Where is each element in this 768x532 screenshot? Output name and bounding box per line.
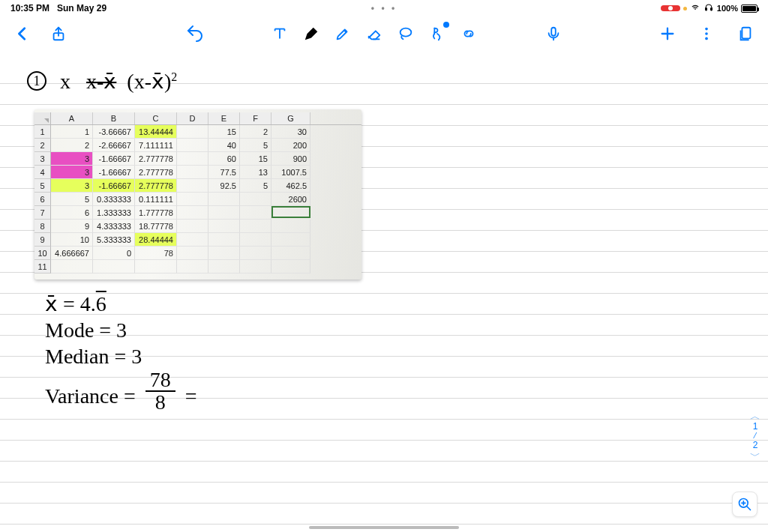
handwritten-header: 1 x x-x̄ (x-x̄)2 [27,69,177,94]
zoom-in-button[interactable] [732,492,758,517]
cell-D6 [177,193,208,206]
cell-A11 [51,260,93,273]
cell-E3: 60 [208,152,240,166]
embedded-spreadsheet-photo: A B C D E F G 11-3.6666713.444441523022-… [34,109,362,279]
note-canvas[interactable]: 1 x x-x̄ (x-x̄)2 A B C D E F G 11-3.6666… [0,52,768,532]
cell-A8: 9 [51,220,93,233]
cell-A6: 5 [51,193,93,206]
home-indicator[interactable] [309,526,459,529]
sheet-corner [34,112,51,124]
cell-C1: 13.44444 [135,125,177,139]
problem-number: 1 [27,71,46,91]
variance-line: Variance = 788 = [45,369,197,413]
cell-A2: 2 [51,139,93,152]
cell-C7: 1.777778 [135,206,177,220]
cell-A7: 6 [51,206,93,220]
pointer-tool[interactable] [428,25,446,43]
share-button[interactable] [50,25,68,43]
cell-B8: 4.333333 [93,220,135,233]
cell-E9 [208,233,240,247]
cell-C8: 18.77778 [135,220,177,233]
cell-E7 [208,206,240,220]
cell-D1 [177,125,208,139]
cell-F3: 15 [240,152,272,166]
more-button[interactable] [698,25,716,43]
cell-B2: -2.66667 [93,139,135,152]
cell-B11 [93,260,135,273]
text-tool[interactable] [271,25,289,43]
row-header: 4 [34,166,51,179]
cell-B7: 1.333333 [93,206,135,220]
table-row: 43-1.666672.77777877.5131007.5 [34,166,362,179]
cell-F11 [240,260,272,273]
page-down-icon[interactable]: ﹀ [750,450,760,461]
battery-percent: 100% [717,4,738,13]
cell-C5: 2.777778 [135,179,177,193]
cell-B4: -1.66667 [93,166,135,179]
table-row: 11-3.6666713.4444415230 [34,125,362,139]
screen-recording-indicator[interactable] [661,5,680,11]
cell-E11 [208,260,240,273]
colhead-E: E [208,112,240,124]
cell-B5: -1.66667 [93,179,135,193]
cell-C4: 2.777778 [135,166,177,179]
cell-G2: 200 [272,139,310,152]
multitask-ellipsis[interactable]: • • • [371,3,397,13]
row-header: 8 [34,220,51,233]
cell-G6: 2600 [272,193,310,206]
cell-F8 [240,220,272,233]
cell-A9: 10 [51,233,93,247]
cell-F7 [240,206,272,220]
cell-C6: 0.111111 [135,193,177,206]
svg-rect-4 [551,28,556,36]
cell-C10: 78 [135,247,177,260]
row-header: 9 [34,233,51,247]
spreadsheet-table: A B C D E F G 11-3.6666713.444441523022-… [34,112,362,273]
svg-rect-8 [742,28,750,39]
microphone-button[interactable] [544,25,562,43]
page-sep: ⁄ [750,432,760,440]
cell-B3: -1.66667 [93,152,135,166]
undo-button[interactable] [186,25,204,43]
eraser-tool[interactable] [365,25,383,43]
cell-D2 [177,139,208,152]
table-row: 22-2.666677.111111405200 [34,139,362,152]
svg-point-5 [705,28,708,31]
page-current: 1 [750,421,760,432]
cell-D5 [177,179,208,193]
highlighter-tool[interactable] [334,25,352,43]
row-header: 11 [34,260,51,273]
battery-icon [741,4,758,13]
add-button[interactable] [658,25,676,43]
cell-F2: 5 [240,139,272,152]
cell-G1: 30 [272,125,310,139]
row-header: 7 [34,206,51,220]
pages-button[interactable] [736,25,754,43]
cell-G9 [272,233,310,247]
table-row: 11 [34,260,362,273]
attachment-tool[interactable] [460,25,478,43]
page-navigator[interactable]: ︿ 1 ⁄ 2 ﹀ [750,411,760,461]
row-header: 2 [34,139,51,152]
status-time: 10:35 PM [10,3,50,13]
cell-F5: 5 [240,179,272,193]
cell-C11 [135,260,177,273]
pen-tool[interactable] [302,25,320,43]
headphones-icon [704,3,714,13]
table-row: 9105.33333328.44444 [34,233,362,247]
row-header: 1 [34,125,51,139]
handwritten-answers: x̄ = 4.6 Mode = 3 Median = 3 Variance = … [45,291,197,413]
lasso-tool[interactable] [397,25,415,43]
cell-B1: -3.66667 [93,125,135,139]
page-total: 2 [750,440,760,450]
colhead-G: G [272,112,310,124]
cell-E2: 40 [208,139,240,152]
app-toolbar [0,15,768,52]
location-dot-icon [683,7,687,10]
back-button[interactable] [14,25,32,43]
row-header: 6 [34,193,51,206]
cell-C3: 2.777778 [135,152,177,166]
page-up-icon[interactable]: ︿ [750,411,760,421]
cell-E8 [208,220,240,233]
table-row: 650.3333330.1111112600 [34,193,362,206]
